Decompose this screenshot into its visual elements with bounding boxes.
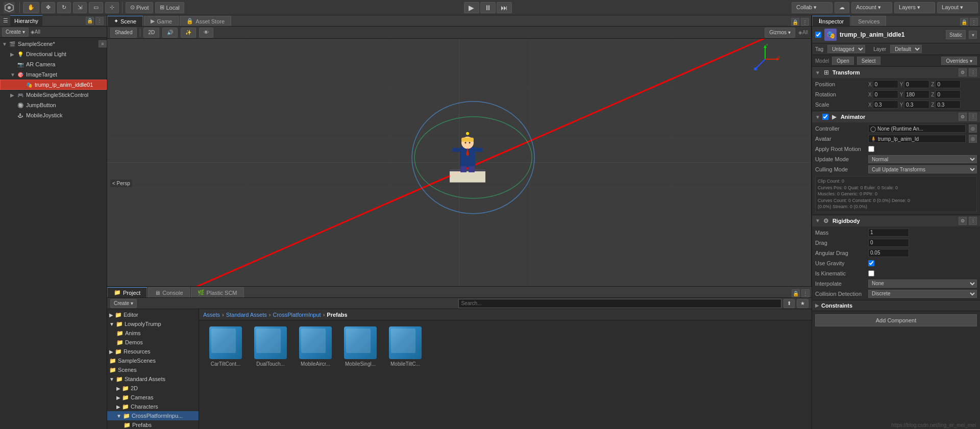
asset-mobile-tiltc[interactable]: MobileTiltC... — [385, 326, 426, 367]
asset-mobile-aircr[interactable]: MobileAircr... — [295, 326, 336, 367]
create-btn[interactable]: Create ▾ — [2, 28, 29, 37]
drag-input[interactable] — [868, 239, 909, 247]
proj-cross-platform[interactable]: ▼ 📁 CrossPlatformInpu... — [107, 411, 199, 420]
move-tool-btn[interactable]: ✥ — [41, 2, 55, 13]
transform-tool-btn[interactable]: ⊹ — [105, 2, 119, 13]
hidden-btn[interactable]: 👁 — [199, 28, 213, 38]
is-kinematic-checkbox[interactable] — [868, 270, 874, 276]
rigidbody-settings-btn[interactable]: ⚙ — [959, 217, 967, 225]
collab-btn[interactable]: Collab ▾ — [792, 2, 832, 13]
add-component-btn[interactable]: Add Component — [815, 314, 977, 326]
hierarchy-tab[interactable]: Hierarchy — [10, 15, 42, 26]
animator-settings-btn[interactable]: ⚙ — [959, 113, 967, 121]
bottom-lock-btn[interactable]: 🔒 — [792, 289, 800, 297]
tag-dropdown[interactable]: Untagged — [827, 45, 865, 53]
plastic-scm-tab[interactable]: 🌿 Plastic SCM — [191, 287, 244, 297]
scene-root-menu[interactable]: ≡ — [99, 40, 107, 47]
proj-demos[interactable]: 📁 Demos — [107, 338, 199, 347]
proj-create-btn[interactable]: Create ▾ — [110, 299, 137, 308]
scene-menu-btn[interactable]: ⋮ — [801, 18, 809, 26]
scale-z-input[interactable] — [935, 100, 961, 109]
avatar-picker-btn[interactable]: ◎ — [969, 135, 977, 143]
audio-btn[interactable]: 🔊 — [162, 28, 178, 38]
hier-item-trump-anim[interactable]: 🎭 trump_lp_anim_iddle01 — [0, 80, 107, 90]
update-mode-select[interactable]: Normal — [868, 155, 977, 163]
pause-button[interactable]: ⏸ — [480, 2, 496, 13]
game-tab[interactable]: ▶ Game — [144, 16, 179, 26]
proj-prefabs[interactable]: 📁 Prefabs — [107, 420, 199, 429]
pos-z-input[interactable] — [935, 80, 961, 88]
hier-item-ar-camera[interactable]: 📷 AR Camera — [0, 59, 107, 69]
transform-overflow-btn[interactable]: ⋮ — [969, 68, 977, 77]
asset-dual-touch[interactable]: DualTouch... — [250, 326, 291, 367]
effects-btn[interactable]: ✨ — [181, 28, 196, 38]
controller-value[interactable]: ◯ None (Runtime An... — [868, 124, 966, 133]
avatar-value[interactable]: 🧍 trump_lp_anim_Id — [868, 135, 966, 143]
rotate-tool-btn[interactable]: ↻ — [57, 2, 71, 13]
gizmos-btn[interactable]: Gizmos ▾ — [765, 28, 795, 38]
proj-cameras[interactable]: ▶ 📁 Cameras — [107, 393, 199, 402]
hand-tool-btn[interactable]: ✋ — [23, 2, 39, 13]
animator-active-checkbox[interactable] — [822, 114, 828, 120]
menu-btn[interactable]: ⋮ — [95, 17, 104, 25]
object-active-checkbox[interactable] — [815, 32, 821, 38]
pivot-btn[interactable]: ⊙ Pivot — [126, 2, 153, 13]
scene-tab[interactable]: ✦ Scene — [107, 16, 143, 26]
2d-btn[interactable]: 2D — [143, 28, 159, 38]
proj-resources[interactable]: ▶ 📁 Resources — [107, 347, 199, 356]
animator-overflow-btn[interactable]: ⋮ — [969, 113, 977, 121]
lock-btn[interactable]: 🔒 — [86, 17, 94, 25]
proj-standard-assets[interactable]: ▼ 📁 Standard Assets — [107, 374, 199, 384]
scene-lock-btn[interactable]: 🔒 — [791, 18, 799, 26]
breadcrumb-prefabs[interactable]: Prefabs — [327, 312, 347, 318]
shading-btn[interactable]: Shaded — [110, 28, 137, 38]
proj-characters[interactable]: ▶ 📁 Characters — [107, 402, 199, 411]
inspector-tab[interactable]: ℹ Inspector — [812, 16, 850, 26]
layers-btn[interactable]: Layers ▾ — [894, 2, 935, 13]
transform-header[interactable]: ▼ ⊞ Transform ⚙ ⋮ — [812, 67, 980, 78]
hier-item-mobile-single-stick[interactable]: ▶ 🎮 MobileSingleStickControl — [0, 90, 107, 100]
hier-item-jump-button[interactable]: 🔘 JumpButton — [0, 100, 107, 110]
insp-lock-btn[interactable]: 🔒 — [960, 18, 968, 26]
proj-btn2[interactable]: ★ — [797, 299, 808, 308]
all-btn[interactable]: ◈All — [31, 29, 40, 35]
insp-menu-btn[interactable]: ⋮ — [970, 18, 978, 26]
pos-x-input[interactable] — [873, 80, 898, 88]
proj-search-input[interactable] — [458, 299, 781, 308]
select-btn[interactable]: Select — [857, 57, 880, 65]
static-btn[interactable]: Static — [946, 30, 966, 39]
constraints-header[interactable]: ▶ Constraints — [812, 300, 980, 311]
controller-picker-btn[interactable]: ◎ — [969, 124, 977, 133]
overrides-btn[interactable]: Overrides ▾ — [941, 57, 977, 65]
hier-item-mobile-joystick[interactable]: 🕹 MobileJoystick — [0, 110, 107, 120]
apply-root-motion-checkbox[interactable] — [868, 146, 874, 152]
interpolate-select[interactable]: None — [868, 280, 977, 288]
collision-detection-select[interactable]: Discrete — [868, 290, 977, 298]
proj-sample-scenes[interactable]: 📁 SampleScenes — [107, 356, 199, 365]
open-btn[interactable]: Open — [832, 57, 853, 65]
console-tab[interactable]: 🖥 Console — [148, 287, 189, 297]
proj-btn1[interactable]: ⬆ — [783, 299, 795, 308]
hier-item-directional-light[interactable]: ▶ 💡 Directional Light — [0, 49, 107, 59]
scale-y-input[interactable] — [904, 100, 929, 109]
proj-2d[interactable]: ▶ 📁 2D — [107, 384, 199, 393]
layout-btn[interactable]: Layout ▾ — [937, 2, 978, 13]
hier-item-image-target[interactable]: ▼ 🎯 ImageTarget — [0, 69, 107, 80]
proj-anims[interactable]: 📁 Anims — [107, 329, 199, 338]
bottom-menu-btn[interactable]: ⋮ — [801, 289, 810, 297]
pos-y-input[interactable] — [904, 80, 929, 88]
rot-y-input[interactable] — [904, 90, 929, 98]
account-btn[interactable]: Account ▾ — [851, 2, 892, 13]
mass-input[interactable] — [868, 229, 909, 237]
scale-tool-btn[interactable]: ⇲ — [73, 2, 87, 13]
rot-z-input[interactable] — [935, 90, 961, 98]
breadcrumb-cross[interactable]: CrossPlatformInput — [273, 312, 321, 318]
rot-x-input[interactable] — [873, 90, 898, 98]
use-gravity-checkbox[interactable] — [868, 260, 874, 266]
rigidbody-overflow-btn[interactable]: ⋮ — [969, 217, 977, 225]
asset-mobile-singl[interactable]: MobileSingl... — [340, 326, 381, 367]
culling-mode-select[interactable]: Cull Update Transforms — [868, 165, 977, 173]
project-tab[interactable]: 📁 Project — [107, 287, 147, 297]
rigidbody-header[interactable]: ▼ ⚙ Rigidbody ⚙ ⋮ — [812, 215, 980, 226]
static-arrow-btn[interactable]: ▾ — [969, 31, 977, 39]
